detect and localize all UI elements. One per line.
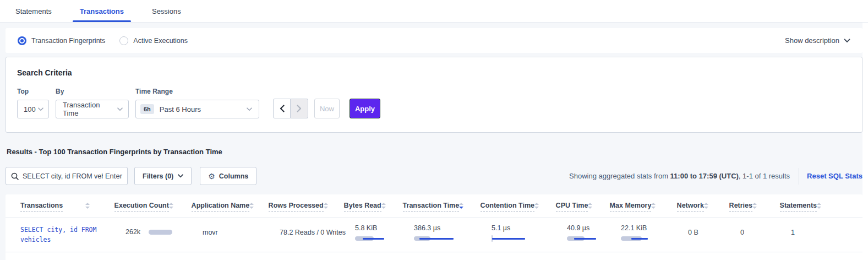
sort-icon[interactable] — [459, 203, 463, 209]
time-range-badge: 6h — [140, 104, 154, 114]
radio-transaction-fingerprints[interactable]: Transaction Fingerprints — [18, 36, 105, 45]
aggregated-stats-text: Showing aggregated stats from 11:00 to 1… — [569, 172, 790, 180]
search-criteria-title: Search Criteria — [17, 68, 851, 77]
time-range-field-group: Time Range 6h Past 6 Hours — [135, 88, 259, 118]
sort-icon[interactable] — [324, 203, 328, 209]
vertical-divider — [799, 168, 799, 185]
stats-area: Showing aggregated stats from 11:00 to 1… — [569, 168, 862, 185]
page-tabs: Statements Transactions Sessions — [0, 0, 868, 23]
scrollbar-gutter — [862, 23, 868, 260]
chevron-down-icon — [844, 39, 850, 43]
now-button[interactable]: Now — [314, 99, 340, 118]
col-header-bytes-read[interactable]: Bytes Read — [344, 202, 403, 218]
search-enter-button[interactable]: Enter — [105, 172, 122, 180]
transaction-time-cell: 386.3 µs — [414, 223, 492, 242]
chevron-left-icon — [280, 105, 285, 112]
top-label: Top — [17, 88, 49, 95]
search-criteria-form: Top 100 By Transaction Time Time Range 6… — [17, 88, 851, 118]
sort-icon[interactable] — [817, 203, 821, 209]
bytes-read-cell: 5.8 KiB — [355, 223, 414, 242]
chevron-right-icon — [297, 105, 302, 112]
results-table-card: Transactions Execution Count Application… — [6, 194, 862, 260]
by-label: By — [56, 88, 129, 95]
statements-cell: 1 — [791, 223, 846, 236]
sort-icon[interactable] — [534, 203, 539, 209]
col-header-statements[interactable]: Statements — [780, 202, 846, 218]
show-description-toggle[interactable]: Show description — [785, 36, 850, 45]
sort-icon[interactable] — [588, 203, 592, 209]
search-box[interactable]: Enter — [6, 167, 128, 185]
by-field-group: By Transaction Time — [56, 88, 129, 118]
time-range-select[interactable]: 6h Past 6 Hours — [135, 100, 259, 118]
chevron-down-icon — [247, 107, 252, 111]
filters-button[interactable]: Filters (0) — [134, 167, 192, 185]
application-name-cell: movr — [203, 223, 280, 236]
next-time-window-button[interactable] — [291, 99, 308, 118]
sort-icon[interactable] — [169, 203, 173, 209]
col-header-rows-processed[interactable]: Rows Processed — [269, 202, 344, 218]
contention-time-bar — [492, 235, 536, 242]
tab-statements[interactable]: Statements — [14, 0, 53, 22]
col-header-transaction-time[interactable]: Transaction Time — [403, 202, 481, 218]
sort-icon[interactable] — [85, 203, 90, 209]
filters-label: Filters (0) — [143, 172, 173, 180]
search-input[interactable] — [23, 172, 103, 180]
view-radio-group: Transaction Fingerprints Active Executio… — [18, 36, 202, 45]
previous-time-window-button[interactable] — [273, 99, 291, 118]
col-header-transactions[interactable]: Transactions — [20, 202, 114, 218]
contention-time-cell: 5.1 µs — [492, 223, 567, 242]
col-header-execution-count[interactable]: Execution Count — [114, 202, 192, 218]
time-range-label: Time Range — [135, 88, 259, 95]
bytes-read-bar — [355, 235, 399, 242]
radio-active-executions[interactable]: Active Executions — [119, 36, 188, 45]
gear-icon: ⚙ — [208, 172, 215, 181]
sort-icon[interactable] — [249, 203, 254, 209]
results-title: Results - Top 100 Transaction Fingerprin… — [7, 148, 862, 156]
cpu-time-cell: 40.9 µs — [567, 223, 621, 242]
col-header-max-memory[interactable]: Max Memory — [610, 202, 677, 218]
columns-label: Columns — [219, 172, 248, 180]
max-memory-bar — [621, 235, 665, 242]
radio-selected-icon[interactable] — [18, 36, 26, 45]
cpu-time-bar — [567, 235, 611, 242]
retries-cell: 0 — [740, 223, 791, 236]
by-select-value: Transaction Time — [63, 101, 117, 117]
radio-unselected-icon[interactable] — [119, 36, 128, 45]
max-memory-cell: 22.1 KiB — [621, 223, 688, 242]
rows-processed-cell: 78.2 Reads / 0 Writes — [280, 223, 355, 236]
chevron-down-icon — [178, 174, 183, 178]
apply-button[interactable]: Apply — [350, 99, 380, 118]
search-criteria-card: Search Criteria Top 100 By Transaction T… — [6, 57, 862, 133]
sort-icon[interactable] — [752, 203, 757, 209]
col-header-retries[interactable]: Retries — [729, 202, 780, 218]
transaction-fingerprint-link[interactable]: SELECT city, id FROMvehicles — [20, 223, 120, 245]
transaction-cell: SELECT city, id FROMvehicles — [20, 223, 125, 245]
col-header-application-name[interactable]: Application Name — [192, 202, 269, 218]
network-cell: 0 B — [688, 223, 740, 236]
sort-icon[interactable] — [704, 203, 708, 209]
top-select[interactable]: 100 — [17, 100, 49, 118]
tab-sessions[interactable]: Sessions — [150, 0, 183, 22]
col-header-contention-time[interactable]: Contention Time — [481, 202, 556, 218]
time-window-arrows — [273, 99, 308, 118]
columns-button[interactable]: ⚙ Columns — [200, 167, 256, 185]
top-select-value: 100 — [24, 105, 36, 113]
transaction-time-bar — [414, 235, 458, 242]
reset-sql-stats-link[interactable]: Reset SQL Stats — [807, 172, 862, 180]
sort-icon[interactable] — [651, 203, 656, 209]
results-controls-row: Enter Filters (0) ⚙ Columns Showing aggr… — [6, 167, 862, 185]
time-range-value: Past 6 Hours — [160, 105, 247, 113]
tab-transactions[interactable]: Transactions — [78, 0, 125, 22]
execution-count-bar — [149, 230, 172, 235]
col-header-cpu-time[interactable]: CPU Time — [556, 202, 610, 218]
chevron-down-icon — [38, 107, 43, 111]
view-toggle-bar: Transaction Fingerprints Active Executio… — [6, 28, 862, 53]
execution-count-cell: 262k — [125, 223, 203, 236]
by-select[interactable]: Transaction Time — [56, 100, 129, 118]
sort-icon[interactable] — [381, 203, 386, 209]
chevron-down-icon — [117, 107, 123, 111]
radio-label: Active Executions — [133, 37, 188, 45]
search-icon — [11, 172, 19, 180]
top-field-group: Top 100 — [17, 88, 49, 118]
col-header-network[interactable]: Network — [677, 202, 729, 218]
